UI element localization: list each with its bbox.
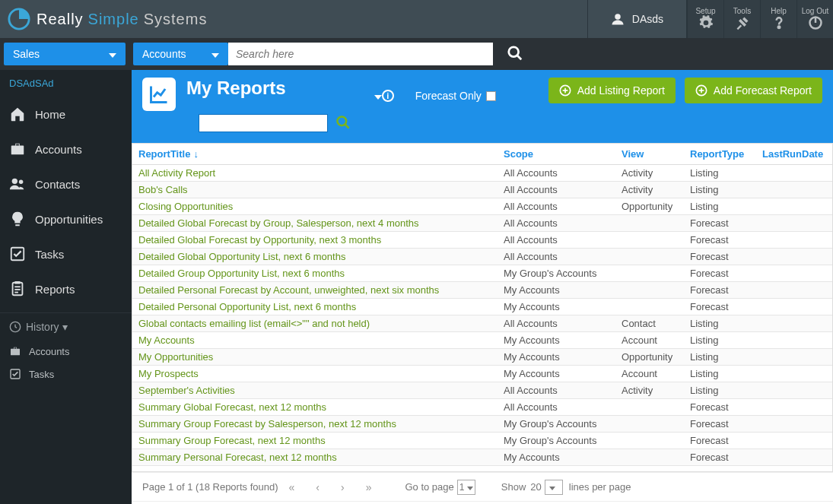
column-header-reporttitle[interactable]: ReportTitle↓ [132,144,498,165]
table-cell [756,332,832,349]
help-button[interactable]: Help [760,0,796,38]
tools-icon [735,15,750,30]
table-cell [615,249,684,265]
sidebar-item-contacts[interactable]: Contacts [0,166,132,201]
report-link[interactable]: My Prospects [138,368,199,379]
chevron-down-icon [207,48,219,60]
table-cell [756,215,832,232]
svg-point-23 [338,116,347,125]
add-forecast-report-button[interactable]: Add Forecast Report [685,78,822,103]
module-dropdown[interactable]: Sales [4,43,126,65]
column-header-reporttype[interactable]: ReportType [684,144,756,165]
sidebar-item-home[interactable]: Home [0,97,132,132]
table-cell: My Accounts [498,449,615,466]
table-cell: All Accounts [498,215,615,232]
table-row: Detailed Global Forecast by Opportunity,… [132,232,832,249]
pager-next-button[interactable]: › [341,481,345,493]
sidebar-org-label[interactable]: DSAdSAd [0,70,132,97]
report-link[interactable]: Detailed Personal Forecast by Account, u… [138,284,439,296]
report-link[interactable]: Detailed Group Opportunity List, next 6 … [138,268,345,279]
report-link[interactable]: September's Activities [138,385,235,396]
table-cell: All Accounts [498,249,615,265]
sidebar-item-accounts[interactable]: Accounts [0,132,132,166]
pager-prev-button[interactable]: ‹ [316,481,320,493]
report-link[interactable]: Summary Group Forecast by Salesperson, n… [138,418,396,430]
sidebar-history[interactable]: History ▾ [0,312,132,340]
table-cell: My Group's Accounts [498,265,615,282]
table-cell [756,232,832,249]
table-cell [756,449,832,466]
table-row: Summary Group Forecast by Salesperson, n… [132,416,832,433]
user-name: DAsds [632,13,663,25]
svg-point-8 [19,180,24,185]
report-filter-input[interactable] [199,114,328,132]
svg-point-1 [615,14,621,20]
history-item-accounts[interactable]: Accounts [0,340,132,363]
report-link[interactable]: All Activity Report [138,167,215,179]
report-link[interactable]: Detailed Global Forecast by Opportunity,… [138,234,381,246]
pager-first-button[interactable]: « [289,481,295,493]
table-row: Detailed Global Opportunity List, next 6… [132,249,832,265]
table-cell: Listing [684,366,756,382]
user-menu[interactable]: DAsds [587,0,687,38]
table-cell [756,382,832,399]
help-label: Help [771,7,787,15]
chart-icon [148,84,170,105]
info-icon[interactable]: i [382,90,394,102]
report-link[interactable]: My Accounts [138,334,195,346]
tools-button[interactable]: Tools [723,0,760,38]
column-header-view[interactable]: View [615,144,684,165]
search-button[interactable] [507,45,523,64]
report-link[interactable]: Summary Group Forecast, next 12 months [138,435,326,446]
table-cell: All Accounts [498,399,615,416]
report-link[interactable]: Detailed Global Forecast by Group, Sales… [138,217,419,229]
column-header-lastrundate[interactable]: LastRunDate [756,144,832,165]
forecast-only-checkbox[interactable] [486,91,496,101]
history-item-tasks[interactable]: Tasks [0,363,132,385]
add-forecast-report-label: Add Forecast Report [714,84,812,97]
add-listing-report-button[interactable]: Add Listing Report [548,78,676,103]
sidebar-item-tasks[interactable]: Tasks [0,236,132,271]
pager-perpage-select[interactable] [545,480,563,495]
pager-page-select[interactable]: 1 [457,480,475,495]
report-link[interactable]: Detailed Personal Opportunity List, next… [138,301,356,312]
footer-divider [132,501,833,504]
entity-dropdown-label: Accounts [142,48,186,60]
pager-show-label: Show [501,481,526,493]
entity-dropdown[interactable]: Accounts [133,43,228,65]
content: My Reports i Forecast Only Add Listing R… [132,70,833,504]
sidebar-item-opportunities[interactable]: Opportunities [0,201,132,236]
report-link[interactable]: Global contacts emailing list (email<>""… [138,318,370,329]
table-cell [756,249,832,265]
report-link[interactable]: Bob's Calls [138,184,188,195]
report-filter-search-button[interactable] [335,115,351,132]
report-link[interactable]: Summary Global Forecast, next 12 months [138,401,326,413]
forecast-only-label: Forecast Only [415,90,482,102]
report-link[interactable]: Summary Personal Forecast, next 12 month… [138,452,337,463]
page-menu-chevron-icon[interactable] [370,90,382,102]
report-link[interactable]: Detailed Global Opportunity List, next 6… [138,251,345,262]
table-cell [756,182,832,198]
sidebar-item-label: Opportunities [35,213,103,226]
table-cell: My Accounts [498,299,615,315]
report-link[interactable]: My Opportunities [138,351,213,363]
search-input[interactable] [228,43,493,65]
sidebar-item-reports[interactable]: Reports [0,271,132,306]
column-header-scope[interactable]: Scope [498,144,615,165]
pager-perpage-value: 20 [530,481,541,493]
setup-button[interactable]: Setup [687,0,723,38]
table-cell: Forecast [684,299,756,315]
table-cell: All Accounts [498,198,615,215]
table-cell [756,165,832,182]
table-cell: Listing [684,382,756,399]
table-cell: Forecast [684,265,756,282]
brand-word-3: Systems [144,11,208,28]
logout-button[interactable]: Log Out [796,0,833,38]
table-cell: Listing [684,332,756,349]
table-row: Summary Personal Forecast, next 12 month… [132,449,832,466]
report-link[interactable]: Closing Opportunities [138,201,233,212]
pager-last-button[interactable]: » [366,481,372,493]
history-item-label: Tasks [29,369,54,380]
table-cell: Forecast [684,249,756,265]
table-cell: Forecast [684,282,756,299]
